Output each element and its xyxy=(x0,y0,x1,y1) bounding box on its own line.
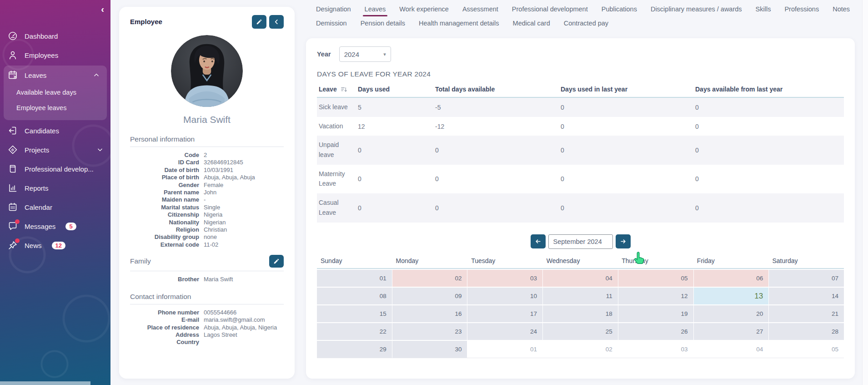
sidebar-item-professional-development[interactable]: Professional develop... xyxy=(0,159,110,178)
calendar-day-cell[interactable]: 04 xyxy=(543,270,618,287)
calendar-day-cell[interactable]: 30 xyxy=(392,341,467,358)
tab-row-2: DemissionPension detailsHealth managemen… xyxy=(316,20,862,30)
sidebar: ‹ Dashboard Employees xyxy=(0,0,110,385)
vertical-scrollbar[interactable] xyxy=(862,0,868,385)
chevron-up-icon xyxy=(93,72,100,78)
sidebar-item-projects[interactable]: Projects xyxy=(0,140,110,159)
calendar-day-cell[interactable]: 21 xyxy=(769,305,844,322)
sidebar-item-dashboard[interactable]: Dashboard xyxy=(0,26,110,46)
calendar-day-cell[interactable]: 06 xyxy=(694,270,769,287)
calendar-day-cell[interactable]: 26 xyxy=(618,323,693,340)
tab[interactable]: Contracted pay xyxy=(564,20,608,30)
info-label: Address xyxy=(130,331,199,339)
sidebar-item-messages[interactable]: Messages 5 xyxy=(0,217,110,236)
column-header-days-used-last-year[interactable]: Days used in last year xyxy=(557,83,692,97)
leave-type-cell: Sick leave xyxy=(317,97,354,117)
info-label: Code xyxy=(130,152,199,159)
calendar-day-cell[interactable]: 09 xyxy=(392,288,467,304)
sidebar-item-news[interactable]: News 12 xyxy=(0,236,110,255)
tab[interactable]: Work experience xyxy=(399,5,449,15)
sidebar-collapse-button[interactable]: ‹ xyxy=(101,4,104,15)
back-button[interactable] xyxy=(269,15,284,29)
month-input[interactable]: September 2024 xyxy=(548,234,613,249)
column-header-leave[interactable]: Leave xyxy=(317,83,354,97)
sidebar-item-reports[interactable]: Reports xyxy=(0,178,110,198)
calendar-day-cell[interactable]: 23 xyxy=(392,323,467,340)
year-select[interactable]: 2024 ▾ xyxy=(339,46,391,62)
calendar-day-cell[interactable]: 10 xyxy=(467,288,542,304)
sidebar-item-employee-leaves[interactable]: Employee leaves xyxy=(4,100,107,116)
calendar-day-cell[interactable]: 15 xyxy=(317,305,392,322)
tab[interactable]: Medical card xyxy=(513,20,550,30)
weekday-label: Wednesday xyxy=(543,257,618,264)
tab[interactable]: Publications xyxy=(602,5,637,15)
column-header-days-available-last-year[interactable]: Days available from last year xyxy=(692,83,844,97)
calendar-day-cell[interactable]: 16 xyxy=(392,305,467,322)
next-month-button[interactable] xyxy=(616,234,631,248)
info-value: Single xyxy=(204,204,284,211)
calendar-day-cell[interactable]: 03 xyxy=(467,270,542,287)
calendar-day-cell[interactable]: 13 xyxy=(694,288,769,304)
calendar-day-cell[interactable]: 27 xyxy=(694,323,769,340)
calendar-day-cell[interactable]: 05 xyxy=(618,270,693,287)
tab[interactable]: Demission xyxy=(316,20,347,30)
calendar-day-cell[interactable]: 14 xyxy=(769,288,844,304)
calendar-day-cell[interactable]: 02 xyxy=(543,341,618,358)
tab[interactable]: Notes xyxy=(833,5,850,15)
info-label: Place of birth xyxy=(130,174,199,181)
days-used-last-year-cell: 0 xyxy=(557,136,692,164)
calendar-day-cell[interactable]: 01 xyxy=(317,270,392,287)
calendar-day-cell[interactable]: 01 xyxy=(467,341,542,358)
calendar-day-cell[interactable]: 28 xyxy=(769,323,844,340)
sidebar-item-candidates[interactable]: Candidates xyxy=(0,121,110,140)
tab[interactable]: Skills xyxy=(756,5,771,15)
calendar-day-cell[interactable]: 17 xyxy=(467,305,542,322)
calendar-day-cell[interactable]: 24 xyxy=(467,323,542,340)
tab[interactable]: Pension details xyxy=(361,20,405,30)
sidebar-item-calendar[interactable]: Calendar xyxy=(0,198,110,217)
calendar-day-cell[interactable]: 05 xyxy=(769,341,844,358)
tab[interactable]: Health management details xyxy=(419,20,499,30)
sort-descending-icon[interactable] xyxy=(341,86,347,93)
calendar-day-cell[interactable]: 12 xyxy=(618,288,693,304)
column-header-total-days[interactable]: Total days available xyxy=(431,83,557,97)
calendar-day-cell[interactable]: 22 xyxy=(317,323,392,340)
total-days-available-cell: -12 xyxy=(431,117,557,136)
calendar-grid: 0102030405060708091011121314151617181920… xyxy=(317,269,844,358)
sidebar-item-leaves[interactable]: Leaves xyxy=(4,66,107,85)
calendar-day-cell[interactable]: 08 xyxy=(317,288,392,304)
arrow-right-icon xyxy=(620,238,627,245)
previous-month-button[interactable] xyxy=(531,234,546,248)
edit-employee-button[interactable] xyxy=(252,15,266,29)
edit-family-button[interactable] xyxy=(269,255,284,268)
tab[interactable]: Professions xyxy=(784,5,819,15)
tab[interactable]: Disciplinary measures / awards xyxy=(651,5,742,15)
sidebar-item-available-leave-days[interactable]: Available leave days xyxy=(4,85,107,100)
calendar-day-cell[interactable]: 03 xyxy=(618,341,693,358)
tab[interactable]: Assessment xyxy=(462,5,498,15)
calendar-day-cell[interactable]: 18 xyxy=(543,305,618,322)
calendar-day-cell[interactable]: 19 xyxy=(618,305,693,322)
sidebar-item-employees[interactable]: Employees xyxy=(0,46,110,65)
info-row: Marital status Single xyxy=(130,204,284,211)
calendar-day-cell[interactable]: 11 xyxy=(543,288,618,304)
person-icon xyxy=(7,50,18,61)
horizontal-scrollbar[interactable] xyxy=(0,381,90,385)
leave-table-body: Sick leave 5 -5 0 0 Vacation 12 -12 0 0 xyxy=(317,97,844,223)
calendar-day-cell[interactable]: 20 xyxy=(694,305,769,322)
calendar-day-cell[interactable]: 29 xyxy=(317,341,392,358)
caret-down-icon: ▾ xyxy=(383,51,386,57)
calendar-day-cell[interactable]: 07 xyxy=(769,270,844,287)
tab[interactable]: Professional development xyxy=(512,5,588,15)
info-label: Disability group xyxy=(130,233,199,241)
calendar-day-cell[interactable]: 04 xyxy=(694,341,769,358)
calendar-day-cell[interactable]: 25 xyxy=(543,323,618,340)
pin-icon xyxy=(7,240,18,251)
table-row: Sick leave 5 -5 0 0 xyxy=(317,97,844,117)
column-header-days-used[interactable]: Days used xyxy=(354,83,431,97)
tab[interactable]: Designation xyxy=(316,5,351,15)
tab[interactable]: Leaves xyxy=(365,5,386,15)
days-used-cell: 12 xyxy=(354,117,431,136)
calendar-day-cell[interactable]: 02 xyxy=(392,270,467,287)
days-used-cell: 0 xyxy=(354,165,431,193)
